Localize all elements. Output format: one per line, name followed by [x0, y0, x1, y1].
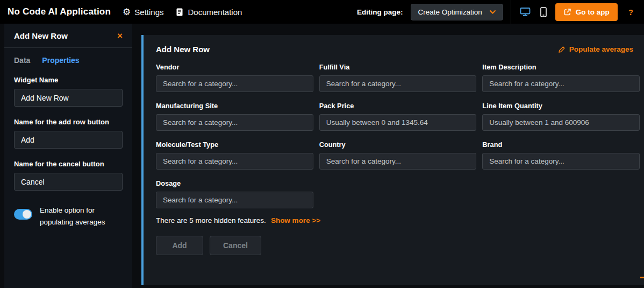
- field-label: Fulfill Via: [319, 63, 477, 71]
- populate-averages-toggle[interactable]: [14, 209, 32, 220]
- dosage-input[interactable]: [156, 192, 313, 208]
- app-title: No Code AI Application: [8, 6, 111, 17]
- widget-properties-sidebar: Add New Row × Data Properties Widget Nam…: [4, 24, 132, 288]
- close-icon[interactable]: ×: [117, 31, 123, 40]
- field-label: Item Description: [482, 63, 640, 71]
- show-more-link[interactable]: Show more >>: [271, 216, 320, 224]
- field-brand: Brand: [482, 141, 640, 170]
- editing-page-label: Editing page:: [357, 8, 403, 16]
- tab-properties[interactable]: Properties: [42, 56, 79, 65]
- pack-price-input[interactable]: [319, 114, 477, 131]
- go-to-app-button[interactable]: Go to app: [555, 3, 618, 21]
- chevron-down-icon: [490, 10, 496, 14]
- scrollbar-fragment[interactable]: [640, 277, 644, 278]
- field-item-description: Item Description: [482, 63, 640, 92]
- field-fulfill-via: Fulfill Via: [319, 63, 477, 92]
- page-selector-dropdown[interactable]: Create Optimization: [411, 4, 503, 20]
- settings-label: Settings: [134, 8, 163, 17]
- external-link-icon: [563, 8, 571, 16]
- settings-menu-item[interactable]: ⚙ Settings: [123, 8, 163, 17]
- sidebar-divider: [4, 47, 132, 48]
- top-bar: No Code AI Application ⚙ Settings Docume…: [0, 0, 644, 24]
- top-bar-right: Editing page: Create Optimization: [357, 0, 636, 24]
- country-input[interactable]: [319, 153, 477, 170]
- top-bar-divider: [511, 0, 511, 24]
- cancel-button-name-label: Name for the cancel button: [14, 160, 123, 168]
- widget-name-input[interactable]: [14, 89, 123, 107]
- add-button-name-input[interactable]: [14, 131, 123, 149]
- help-button[interactable]: ?: [625, 8, 636, 17]
- hidden-features-text: There are 5 more hidden features.: [156, 216, 266, 224]
- gear-icon: ⚙: [123, 8, 131, 17]
- panel-title: Add New Row: [156, 45, 210, 54]
- manufacturing-site-input[interactable]: [156, 114, 313, 131]
- field-line-item-quantity: Line Item Quantity: [482, 102, 640, 131]
- populate-averages-label: Populate averages: [569, 45, 633, 53]
- mobile-view-icon[interactable]: [539, 6, 548, 18]
- field-country: Country: [319, 141, 477, 170]
- populate-averages-link[interactable]: Populate averages: [558, 45, 633, 53]
- field-manufacturing-site: Manufacturing Site: [156, 102, 313, 131]
- feature-form-grid: Vendor Fulfill Via Item Description Manu…: [156, 63, 640, 208]
- line-item-quantity-input[interactable]: [482, 114, 640, 131]
- vendor-input[interactable]: [156, 75, 313, 92]
- populate-averages-toggle-label: Enable option for populating averages: [40, 205, 123, 229]
- add-new-row-widget-panel: Add New Row Populate averages Vendor Ful…: [141, 35, 644, 285]
- molecule-test-type-input[interactable]: [156, 153, 313, 170]
- field-label: Country: [319, 141, 477, 149]
- sidebar-tabs: Data Properties: [14, 56, 123, 65]
- add-button-name-label: Name for the add row button: [14, 118, 123, 126]
- book-icon: [175, 8, 184, 17]
- field-label: Brand: [482, 141, 640, 149]
- fulfill-via-input[interactable]: [319, 75, 477, 92]
- field-label: Manufacturing Site: [156, 102, 313, 110]
- field-label: Line Item Quantity: [482, 102, 640, 110]
- field-label: Dosage: [156, 179, 313, 187]
- field-dosage: Dosage: [156, 179, 313, 208]
- sidebar-title: Add New Row: [14, 31, 68, 40]
- cancel-button-name-input[interactable]: [14, 173, 123, 191]
- tab-data[interactable]: Data: [14, 56, 30, 65]
- field-label: Molecule/Test Type: [156, 141, 313, 149]
- documentation-label: Documentation: [188, 8, 242, 17]
- add-row-button[interactable]: Add: [156, 236, 203, 255]
- field-label: Pack Price: [319, 102, 477, 110]
- field-label: Vendor: [156, 63, 313, 71]
- field-molecule-test-type: Molecule/Test Type: [156, 141, 313, 170]
- desktop-view-icon[interactable]: [519, 6, 532, 18]
- go-to-app-label: Go to app: [576, 8, 610, 16]
- pencil-icon: [558, 46, 566, 53]
- widget-name-label: Widget Name: [14, 76, 123, 84]
- field-pack-price: Pack Price: [319, 102, 477, 131]
- documentation-menu-item[interactable]: Documentation: [175, 8, 242, 17]
- cancel-row-button[interactable]: Cancel: [210, 236, 261, 255]
- field-vendor: Vendor: [156, 63, 313, 92]
- page-selector-value: Create Optimization: [418, 8, 482, 16]
- item-description-input[interactable]: [482, 75, 640, 92]
- brand-input[interactable]: [482, 153, 640, 170]
- toggle-knob: [23, 210, 31, 219]
